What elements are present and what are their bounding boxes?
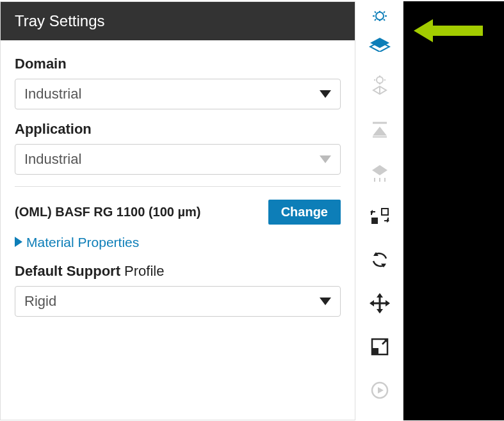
- panel-body: Domain Industrial Application Industrial…: [1, 40, 355, 332]
- application-value: Industrial: [24, 151, 81, 168]
- change-button[interactable]: Change: [268, 200, 341, 225]
- support-label-bold: Default Support: [15, 263, 120, 279]
- divider: [15, 186, 341, 187]
- material-name: (OML) BASF RG 1100 (100 µm): [15, 205, 200, 219]
- svg-point-9: [377, 77, 383, 83]
- scale-icon[interactable]: [367, 334, 393, 360]
- material-properties-expander[interactable]: Material Properties: [15, 235, 341, 250]
- svg-point-0: [376, 12, 384, 20]
- svg-rect-20: [382, 209, 388, 215]
- refresh-icon[interactable]: [367, 377, 393, 403]
- support-select[interactable]: Rigid: [15, 286, 341, 317]
- svg-line-8: [384, 19, 385, 20]
- right-toolbar: [356, 1, 403, 420]
- triangle-right-icon: [15, 235, 22, 250]
- transform-icon[interactable]: [367, 203, 393, 229]
- svg-line-7: [375, 19, 376, 20]
- application-field: Application Industrial: [15, 121, 341, 175]
- domain-label: Domain: [15, 56, 341, 72]
- support-label-rest: Profile: [120, 263, 164, 279]
- panel-title: Tray Settings: [1, 2, 355, 40]
- svg-rect-21: [371, 218, 378, 224]
- application-label: Application: [15, 121, 341, 138]
- rotate-icon[interactable]: [367, 247, 393, 273]
- domain-field: Domain Industrial: [15, 56, 341, 109]
- material-row: (OML) BASF RG 1100 (100 µm) Change: [15, 200, 341, 225]
- placement-icon[interactable]: [367, 160, 393, 186]
- right-black-region: [403, 1, 504, 420]
- support-value: Rigid: [24, 293, 56, 310]
- tray-settings-icon[interactable]: [367, 33, 393, 55]
- svg-line-6: [384, 12, 385, 13]
- chevron-down-icon: [320, 298, 331, 305]
- svg-rect-25: [372, 348, 378, 354]
- support-label: Default Support Profile: [15, 263, 341, 280]
- material-properties-label: Material Properties: [26, 235, 139, 250]
- domain-value: Industrial: [24, 86, 81, 102]
- application-select[interactable]: Industrial: [15, 144, 341, 175]
- chevron-down-icon: [320, 155, 331, 163]
- model-settings-icon[interactable]: [367, 73, 393, 99]
- svg-line-5: [375, 12, 376, 13]
- tray-settings-panel: Tray Settings Domain Industrial Applicat…: [0, 1, 355, 420]
- chevron-down-icon: [320, 90, 331, 98]
- orientation-icon[interactable]: [367, 116, 393, 142]
- gear-top-icon[interactable]: [367, 5, 393, 27]
- arrow-callout: [414, 17, 484, 44]
- move-icon[interactable]: [367, 290, 393, 316]
- domain-select[interactable]: Industrial: [15, 79, 341, 109]
